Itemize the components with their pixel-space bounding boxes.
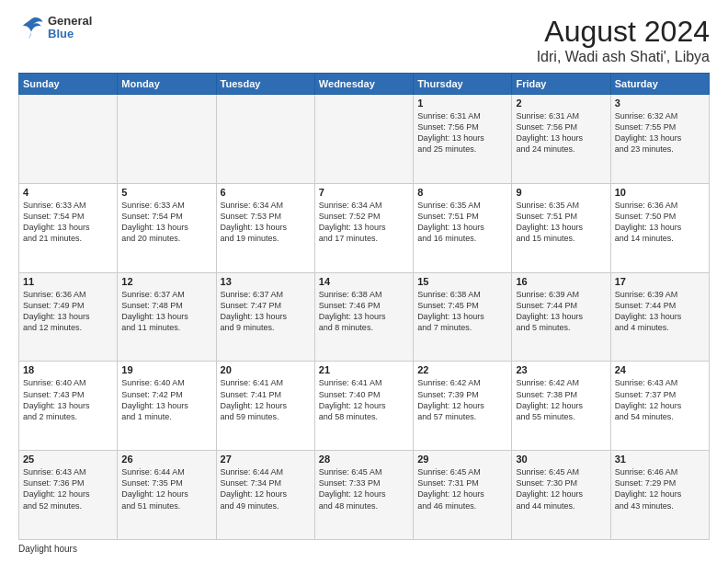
logo-text: General Blue: [48, 15, 92, 41]
day-number: 15: [417, 276, 507, 287]
day-cell: 13Sunrise: 6:37 AMSunset: 7:47 PMDayligh…: [216, 272, 314, 362]
day-number: 16: [516, 276, 606, 287]
day-detail: Sunrise: 6:42 AMSunset: 7:38 PMDaylight:…: [516, 377, 606, 422]
day-cell: 26Sunrise: 6:44 AMSunset: 7:35 PMDayligh…: [118, 451, 216, 540]
day-number: 1: [417, 98, 507, 109]
day-cell: 6Sunrise: 6:34 AMSunset: 7:53 PMDaylight…: [216, 183, 314, 272]
col-friday: Friday: [512, 74, 610, 95]
day-number: 2: [516, 98, 606, 109]
day-detail: Sunrise: 6:35 AMSunset: 7:51 PMDaylight:…: [417, 200, 507, 245]
day-detail: Sunrise: 6:33 AMSunset: 7:54 PMDaylight:…: [23, 200, 113, 245]
day-cell: 30Sunrise: 6:45 AMSunset: 7:30 PMDayligh…: [512, 451, 610, 540]
col-thursday: Thursday: [414, 74, 512, 95]
day-cell: 20Sunrise: 6:41 AMSunset: 7:41 PMDayligh…: [216, 362, 314, 451]
day-cell: 18Sunrise: 6:40 AMSunset: 7:43 PMDayligh…: [19, 362, 118, 451]
day-detail: Sunrise: 6:45 AMSunset: 7:31 PMDaylight:…: [417, 466, 507, 511]
day-detail: Sunrise: 6:44 AMSunset: 7:35 PMDaylight:…: [121, 466, 211, 511]
week-row-3: 18Sunrise: 6:40 AMSunset: 7:43 PMDayligh…: [19, 362, 710, 451]
calendar-body: 1Sunrise: 6:31 AMSunset: 7:56 PMDaylight…: [19, 95, 710, 540]
calendar-table: Sunday Monday Tuesday Wednesday Thursday…: [18, 73, 710, 540]
day-detail: Sunrise: 6:35 AMSunset: 7:51 PMDaylight:…: [516, 200, 606, 245]
day-detail: Sunrise: 6:39 AMSunset: 7:44 PMDaylight:…: [615, 289, 705, 334]
day-cell: 19Sunrise: 6:40 AMSunset: 7:42 PMDayligh…: [118, 362, 216, 451]
header-row: Sunday Monday Tuesday Wednesday Thursday…: [19, 74, 710, 95]
day-cell: 14Sunrise: 6:38 AMSunset: 7:46 PMDayligh…: [314, 272, 413, 362]
logo-blue: Blue: [48, 28, 92, 40]
day-cell: 12Sunrise: 6:37 AMSunset: 7:48 PMDayligh…: [118, 272, 216, 362]
day-number: 12: [121, 276, 211, 287]
col-wednesday: Wednesday: [314, 74, 413, 95]
day-number: 4: [23, 187, 113, 198]
day-detail: Sunrise: 6:40 AMSunset: 7:42 PMDaylight:…: [121, 377, 211, 422]
logo-general: General: [48, 15, 92, 28]
col-sunday: Sunday: [19, 74, 118, 95]
day-number: 30: [516, 454, 606, 465]
day-detail: Sunrise: 6:36 AMSunset: 7:50 PMDaylight:…: [615, 200, 705, 245]
day-cell: 7Sunrise: 6:34 AMSunset: 7:52 PMDaylight…: [314, 183, 413, 272]
day-cell: [19, 95, 118, 184]
day-detail: Sunrise: 6:39 AMSunset: 7:44 PMDaylight:…: [516, 289, 606, 334]
day-detail: Sunrise: 6:43 AMSunset: 7:36 PMDaylight:…: [23, 466, 113, 511]
day-detail: Sunrise: 6:41 AMSunset: 7:41 PMDaylight:…: [221, 377, 311, 422]
day-cell: 25Sunrise: 6:43 AMSunset: 7:36 PMDayligh…: [19, 451, 118, 540]
day-number: 9: [516, 187, 606, 198]
day-cell: 22Sunrise: 6:42 AMSunset: 7:39 PMDayligh…: [414, 362, 512, 451]
page: General Blue August 2024 Idri, Wadi ash …: [0, 0, 728, 563]
day-detail: Sunrise: 6:31 AMSunset: 7:56 PMDaylight:…: [516, 110, 606, 155]
day-cell: 29Sunrise: 6:45 AMSunset: 7:31 PMDayligh…: [414, 451, 512, 540]
day-cell: 5Sunrise: 6:33 AMSunset: 7:54 PMDaylight…: [118, 183, 216, 272]
day-number: 14: [319, 276, 409, 287]
day-detail: Sunrise: 6:41 AMSunset: 7:40 PMDaylight:…: [319, 377, 409, 422]
title-block: August 2024 Idri, Wadi ash Shati', Libya: [537, 15, 710, 65]
day-cell: 4Sunrise: 6:33 AMSunset: 7:54 PMDaylight…: [19, 183, 118, 272]
day-cell: [216, 95, 314, 184]
day-cell: 10Sunrise: 6:36 AMSunset: 7:50 PMDayligh…: [610, 183, 709, 272]
day-number: 5: [121, 187, 211, 198]
day-detail: Sunrise: 6:42 AMSunset: 7:39 PMDaylight:…: [417, 377, 507, 422]
day-number: 10: [615, 187, 705, 198]
day-number: 24: [615, 364, 705, 375]
day-number: 6: [221, 187, 311, 198]
day-number: 25: [23, 454, 113, 465]
day-cell: 28Sunrise: 6:45 AMSunset: 7:33 PMDayligh…: [314, 451, 413, 540]
col-saturday: Saturday: [610, 74, 709, 95]
day-number: 3: [615, 98, 705, 109]
logo: General Blue: [18, 15, 92, 41]
day-detail: Sunrise: 6:38 AMSunset: 7:45 PMDaylight:…: [417, 289, 507, 334]
calendar-title: August 2024: [537, 15, 710, 49]
day-number: 29: [417, 454, 507, 465]
day-cell: [118, 95, 216, 184]
day-cell: 8Sunrise: 6:35 AMSunset: 7:51 PMDaylight…: [414, 183, 512, 272]
day-detail: Sunrise: 6:34 AMSunset: 7:52 PMDaylight:…: [319, 200, 409, 245]
day-detail: Sunrise: 6:45 AMSunset: 7:30 PMDaylight:…: [516, 466, 606, 511]
day-cell: 9Sunrise: 6:35 AMSunset: 7:51 PMDaylight…: [512, 183, 610, 272]
day-detail: Sunrise: 6:44 AMSunset: 7:34 PMDaylight:…: [221, 466, 311, 511]
day-number: 20: [221, 364, 311, 375]
week-row-4: 25Sunrise: 6:43 AMSunset: 7:36 PMDayligh…: [19, 451, 710, 540]
day-detail: Sunrise: 6:38 AMSunset: 7:46 PMDaylight:…: [319, 289, 409, 334]
day-cell: 15Sunrise: 6:38 AMSunset: 7:45 PMDayligh…: [414, 272, 512, 362]
day-number: 8: [417, 187, 507, 198]
day-detail: Sunrise: 6:33 AMSunset: 7:54 PMDaylight:…: [121, 200, 211, 245]
day-cell: 24Sunrise: 6:43 AMSunset: 7:37 PMDayligh…: [610, 362, 709, 451]
day-cell: 31Sunrise: 6:46 AMSunset: 7:29 PMDayligh…: [610, 451, 709, 540]
day-cell: 16Sunrise: 6:39 AMSunset: 7:44 PMDayligh…: [512, 272, 610, 362]
day-detail: Sunrise: 6:34 AMSunset: 7:53 PMDaylight:…: [221, 200, 311, 245]
daylight-hours-label: Daylight hours: [18, 544, 77, 554]
day-cell: 11Sunrise: 6:36 AMSunset: 7:49 PMDayligh…: [19, 272, 118, 362]
day-number: 22: [417, 364, 507, 375]
week-row-2: 11Sunrise: 6:36 AMSunset: 7:49 PMDayligh…: [19, 272, 710, 362]
day-detail: Sunrise: 6:32 AMSunset: 7:55 PMDaylight:…: [615, 110, 705, 155]
day-detail: Sunrise: 6:31 AMSunset: 7:56 PMDaylight:…: [417, 110, 507, 155]
day-cell: [314, 95, 413, 184]
day-detail: Sunrise: 6:37 AMSunset: 7:48 PMDaylight:…: [121, 289, 211, 334]
day-number: 31: [615, 454, 705, 465]
day-number: 11: [23, 276, 113, 287]
day-number: 26: [121, 454, 211, 465]
day-number: 19: [121, 364, 211, 375]
day-cell: 2Sunrise: 6:31 AMSunset: 7:56 PMDaylight…: [512, 95, 610, 184]
calendar-header: Sunday Monday Tuesday Wednesday Thursday…: [19, 74, 710, 95]
day-detail: Sunrise: 6:45 AMSunset: 7:33 PMDaylight:…: [319, 466, 409, 511]
day-cell: 23Sunrise: 6:42 AMSunset: 7:38 PMDayligh…: [512, 362, 610, 451]
day-cell: 21Sunrise: 6:41 AMSunset: 7:40 PMDayligh…: [314, 362, 413, 451]
